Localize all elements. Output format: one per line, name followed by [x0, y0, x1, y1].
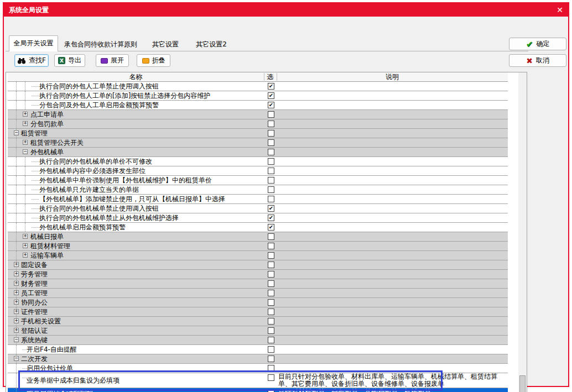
tree-row[interactable]: +员工管理: [8, 289, 508, 298]
expand-plus-icon[interactable]: +: [14, 262, 19, 267]
tree-row[interactable]: 预算启用成本计划控制。只针对材料预算、分包预算、其他费预算、机械预算: [8, 388, 508, 392]
row-label: 执行合同的外包人工单禁止使用调入按钮: [39, 82, 159, 90]
tree-row[interactable]: +租赁材料管理: [8, 242, 508, 251]
row-checkbox[interactable]: [268, 121, 274, 127]
tree-row[interactable]: 外包机械单中单价强制使用【外包机械维护】中的租赁单价: [8, 176, 508, 185]
row-checkbox[interactable]: [268, 111, 274, 118]
tree-row[interactable]: 业务单据中成本归集设为必填项目前只针对分包验收单、材料出库单、运输车辆单、机械结…: [8, 373, 508, 388]
tree-row[interactable]: +劳务管理: [8, 270, 508, 279]
tree-row[interactable]: +机械日报单: [8, 232, 508, 242]
expand-all-button[interactable]: 展开: [96, 54, 129, 67]
row-checkbox[interactable]: ✔: [268, 92, 274, 99]
expand-plus-icon[interactable]: +: [14, 318, 19, 323]
scrollbar-thumb[interactable]: [519, 375, 526, 392]
row-checkbox[interactable]: [268, 243, 274, 249]
row-checkbox[interactable]: [268, 233, 274, 240]
vertical-scrollbar[interactable]: [518, 72, 527, 392]
tree-row[interactable]: 执行合同的外包人工单禁止使用调入按钮✔: [8, 82, 508, 91]
row-checkbox[interactable]: [268, 337, 274, 343]
row-checkbox[interactable]: [268, 271, 274, 278]
tree-row[interactable]: 执行合同的外包机械单禁止从外包机械维护选择✔: [8, 213, 508, 223]
tree-row[interactable]: 启用分包计价单: [8, 364, 508, 373]
row-checkbox[interactable]: [268, 327, 274, 334]
collapse-minus-icon[interactable]: −: [14, 356, 19, 361]
row-checkbox[interactable]: [268, 177, 274, 184]
row-checkbox[interactable]: [268, 139, 274, 146]
collapse-minus-icon[interactable]: −: [23, 149, 28, 154]
cancel-button[interactable]: ✖ 取消: [509, 54, 566, 67]
excel-icon: X: [58, 57, 65, 64]
tree-row[interactable]: +财务管理: [8, 279, 508, 289]
titlebar[interactable]: 系统全局设置 ✕: [4, 3, 568, 17]
row-checkbox[interactable]: [268, 130, 274, 137]
tree-row[interactable]: 执行合同的外包机械单的单价不可修改: [8, 157, 508, 166]
row-checkbox[interactable]: ✔: [268, 102, 274, 108]
tree-row[interactable]: +手机相关设置: [8, 317, 508, 326]
row-checkbox[interactable]: [268, 280, 274, 287]
expand-plus-icon[interactable]: +: [14, 290, 19, 295]
expand-plus-icon[interactable]: +: [23, 121, 28, 126]
tree-row[interactable]: +协同办公: [8, 298, 508, 307]
tree-row[interactable]: 分包合同及外包人工单启用金额预算预警✔: [8, 101, 508, 110]
tree-row[interactable]: +点工申请单: [8, 110, 508, 119]
tab-contract-receivable[interactable]: 承包合同待收款计算原则: [59, 38, 142, 51]
expand-plus-icon[interactable]: +: [23, 112, 28, 117]
tree-row[interactable]: +固定设备: [8, 260, 508, 270]
tree-row[interactable]: 外包机械单内容中必须选择发生部位: [8, 166, 508, 176]
row-checkbox[interactable]: [268, 389, 274, 392]
expand-plus-icon[interactable]: +: [14, 271, 19, 276]
row-checkbox[interactable]: ✔: [268, 224, 274, 231]
row-checkbox[interactable]: [268, 346, 274, 353]
tree-row[interactable]: +分包罚款单: [8, 119, 508, 129]
row-checkbox[interactable]: [268, 158, 274, 165]
tree-row[interactable]: −二次开发: [8, 354, 508, 364]
row-checkbox[interactable]: [268, 262, 274, 268]
close-icon[interactable]: ✕: [557, 6, 563, 14]
row-checkbox[interactable]: [268, 318, 274, 325]
row-checkbox[interactable]: [268, 365, 274, 372]
expand-plus-icon[interactable]: +: [14, 328, 19, 333]
row-checkbox[interactable]: [268, 252, 274, 259]
tree-row[interactable]: −租赁管理: [8, 129, 508, 138]
row-checkbox[interactable]: ✔: [268, 215, 274, 221]
row-checkbox[interactable]: ✔: [268, 205, 274, 212]
tree-row[interactable]: 【外包机械单】添加键禁止使用，只可从【机械日报单】中选择: [8, 195, 508, 204]
row-checkbox[interactable]: ✔: [268, 83, 274, 90]
ok-button[interactable]: ✔ 确定: [509, 38, 566, 50]
expand-plus-icon[interactable]: +: [14, 300, 19, 305]
collapse-minus-icon[interactable]: −: [14, 130, 19, 135]
tree-row[interactable]: +登陆认证: [8, 326, 508, 336]
tree-row[interactable]: +运输车辆单: [8, 251, 508, 260]
row-checkbox[interactable]: [268, 374, 274, 381]
row-checkbox[interactable]: [268, 309, 274, 315]
expand-plus-icon[interactable]: +: [14, 281, 19, 286]
row-checkbox[interactable]: [268, 290, 274, 296]
tab-other-settings-2[interactable]: 其它设置2: [188, 38, 235, 51]
tree-row[interactable]: −外包机械单: [8, 148, 508, 157]
collapse-minus-icon[interactable]: −: [14, 337, 19, 342]
tree-row[interactable]: 外包机械单启用金额预算预警✔: [8, 223, 508, 232]
tree-row[interactable]: −系统热键: [8, 336, 508, 345]
tree-row[interactable]: +租赁管理公共开关: [8, 138, 508, 148]
collapse-all-button[interactable]: 折叠: [137, 54, 170, 67]
expand-plus-icon[interactable]: +: [23, 253, 28, 258]
expand-plus-icon[interactable]: +: [23, 243, 28, 248]
tree-row[interactable]: 外包机械单只允许建立当天的单据: [8, 185, 508, 195]
tree-row[interactable]: +证件管理: [8, 307, 508, 317]
expand-plus-icon[interactable]: +: [14, 309, 19, 314]
tree-row[interactable]: 开启F4-自由提醒: [8, 345, 508, 354]
row-checkbox[interactable]: [268, 196, 274, 202]
export-button[interactable]: X 导出: [54, 54, 85, 67]
row-checkbox[interactable]: [268, 168, 274, 174]
row-checkbox[interactable]: [268, 186, 274, 193]
tree-row[interactable]: 执行合同的外包人工单的[添加]按钮禁止选择分包内容维护✔: [8, 91, 508, 101]
tree-row[interactable]: 执行合同的外包机械单禁止使用调入按钮✔: [8, 204, 508, 213]
row-checkbox[interactable]: [268, 149, 274, 155]
expand-plus-icon[interactable]: +: [23, 140, 28, 145]
expand-plus-icon[interactable]: +: [23, 234, 28, 239]
row-checkbox[interactable]: [268, 299, 274, 306]
tab-global-switch[interactable]: 全局开关设置: [9, 35, 58, 51]
row-checkbox[interactable]: [268, 356, 274, 362]
tab-other-settings[interactable]: 其它设置: [143, 38, 188, 51]
find-button[interactable]: 查找F: [14, 54, 49, 67]
